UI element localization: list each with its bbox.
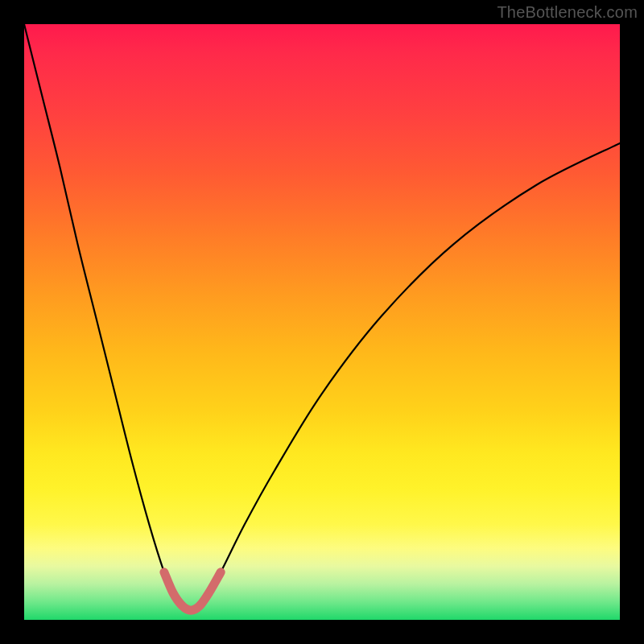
background-gradient bbox=[24, 24, 620, 620]
chart-frame bbox=[24, 24, 620, 620]
watermark-text: TheBottleneck.com bbox=[497, 3, 638, 22]
